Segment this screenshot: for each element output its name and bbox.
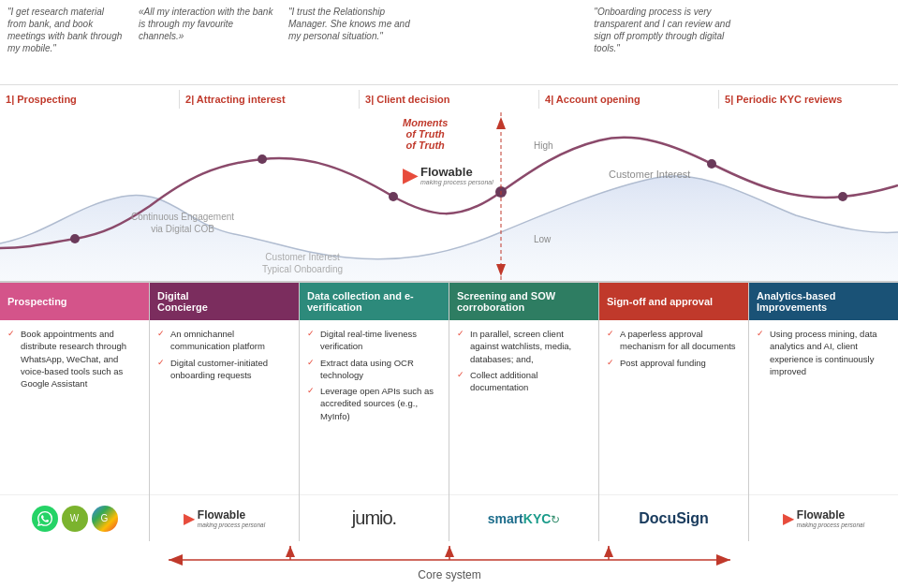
card-footer-analytics: ▶ Flowable making process personal [749, 494, 898, 541]
svg-marker-1 [169, 554, 183, 566]
item-sc-2: Collect additional documentation [457, 367, 591, 396]
arrow-up [496, 117, 506, 129]
customer-interest-right: Customer Interest [609, 169, 690, 180]
quote-1: "I get research material from bank, and … [0, 0, 131, 84]
card-header-digital-concierge: DigitalConcierge [150, 283, 299, 320]
card-body-data-collection: Digital real-time liveness verification … [300, 320, 449, 494]
item-dc-1: An omnichannel communication platform [157, 326, 291, 355]
dot-2 [258, 154, 267, 164]
core-system-footer: Core system [0, 541, 898, 588]
low-label: Low [534, 234, 551, 244]
docusign-logo: DocuSign [639, 510, 709, 527]
quote-5: "Onboarding process is very transparent … [586, 0, 742, 84]
main-container: "I get research material from bank, and … [0, 0, 898, 588]
card-footer-data: jumio. [300, 494, 449, 541]
dot-5 [707, 159, 716, 169]
stage-5: 5| Periodic KYC reviews [719, 90, 898, 109]
stage-2: 2| Attracting interest [180, 90, 360, 109]
card-header-prospecting: Prospecting [0, 283, 149, 320]
quote-2: «All my interaction with the bank is thr… [131, 0, 281, 84]
card-body-analytics: Using process mining, data analytics and… [749, 320, 898, 494]
stage-4: 4| Account opening [539, 90, 719, 109]
customer-interest-typical-label: Customer InterestTypical Onboarding [262, 251, 343, 275]
card-header-analytics: Analytics-based Improvements [749, 283, 898, 320]
svg-marker-6 [445, 546, 454, 557]
stage-3: 3| Client decision [360, 90, 539, 109]
card-analytics: Analytics-based Improvements Using proce… [749, 283, 898, 541]
cards-section: Prospecting Book appointments and distri… [0, 281, 898, 541]
dot-6 [838, 192, 847, 201]
item-so-2: Post approval funding [607, 355, 741, 371]
card-header-signoff: Sign-off and approval [599, 283, 748, 320]
card-body-screening: In parallel, screen client against watch… [449, 320, 598, 494]
item-dc-5: Leverage open APIs such as accredited so… [307, 383, 441, 424]
core-system-svg: Core system [122, 546, 777, 583]
card-data-collection: Data collection and e-verification Digit… [300, 283, 449, 541]
item-sc-1: In parallel, screen client against watch… [457, 326, 591, 367]
card-header-screening: Screening and SOW corroboration [449, 283, 598, 320]
svg-marker-8 [604, 546, 613, 557]
card-prospecting: Prospecting Book appointments and distri… [0, 283, 150, 541]
stages-row: 1| Prospecting 2| Attracting interest 3|… [0, 84, 898, 112]
smartkyc-logo: smartKYC↻ [488, 511, 561, 526]
card-header-data-collection: Data collection and e-verification [300, 283, 449, 320]
flowable-chart-logo: ▶ Flowable making process personal [403, 164, 493, 186]
whatsapp-icon [32, 506, 58, 532]
high-label: High [534, 140, 553, 151]
card-screening: Screening and SOW corroboration In paral… [449, 283, 599, 541]
item-dc-4: Extract data using OCR technology [307, 355, 441, 384]
card-footer-dc: ▶ Flowable making process personal [150, 494, 299, 541]
continuous-engagement-label: Continuous Engagementvia Digital COB [131, 211, 234, 235]
dot-3 [389, 192, 398, 201]
card-signoff: Sign-off and approval A paperless approv… [599, 283, 749, 541]
dot-1 [70, 234, 80, 243]
chart-area: Moments of Truth High Low Customer Inter… [0, 112, 898, 281]
flowable-logo-dc: ▶ Flowable making process personal [184, 508, 265, 528]
item-so-1: A paperless approval mechanism for all d… [607, 326, 741, 355]
stage-1: 1| Prospecting [0, 90, 180, 109]
item-an-1: Using process mining, data analytics and… [757, 326, 891, 379]
svg-marker-2 [716, 554, 730, 566]
quotes-section: "I get research material from bank, and … [0, 0, 898, 84]
quote-6 [743, 0, 898, 84]
svg-text:Core system: Core system [418, 568, 480, 581]
quote-4 [431, 0, 586, 84]
quote-3: "I trust the Relationship Manager. She k… [281, 0, 431, 84]
flowable-logo-analytics: ▶ Flowable making process personal [783, 508, 864, 528]
card-footer-prospecting: W G [0, 494, 149, 541]
wechat-icon: W [62, 506, 88, 532]
google-icon: G [92, 506, 118, 532]
journey-svg [0, 112, 898, 281]
card-body-digital-concierge: An omnichannel communication platform Di… [150, 320, 299, 494]
card-item-prospecting-1: Book appointments and distribute researc… [7, 326, 141, 391]
card-footer-signoff: DocuSign [599, 494, 748, 541]
moments-of-truth-label: Moments of Truth [403, 117, 448, 151]
jumio-logo: jumio. [352, 507, 396, 529]
card-digital-concierge: DigitalConcierge An omnichannel communic… [150, 283, 300, 541]
card-body-signoff: A paperless approval mechanism for all d… [599, 320, 748, 494]
svg-marker-4 [286, 546, 295, 557]
item-dc-2: Digital customer-initiated onboarding re… [157, 355, 291, 384]
card-body-prospecting: Book appointments and distribute researc… [0, 320, 149, 494]
card-footer-screening: smartKYC↻ [449, 494, 598, 541]
item-dc-3: Digital real-time liveness verification [307, 326, 441, 355]
